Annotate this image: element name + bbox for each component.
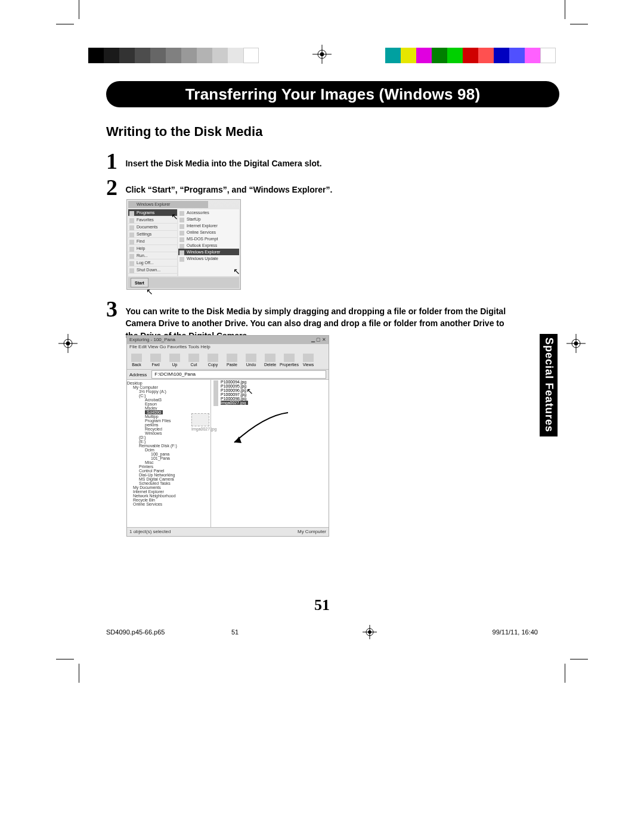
menubar[interactable]: File Edit View Go Favorites Tools Help bbox=[127, 344, 329, 351]
crop-mark bbox=[570, 24, 588, 24]
toolbar-forward-button[interactable]: Fwd bbox=[146, 354, 165, 367]
menu-item[interactable]: Documents bbox=[128, 224, 177, 231]
start-button[interactable]: Start bbox=[131, 278, 148, 287]
address-field[interactable]: F:\DCIM\100_Pana bbox=[151, 370, 326, 379]
crop-mark bbox=[56, 659, 74, 659]
toolbar-cut-button[interactable]: Cut bbox=[184, 354, 203, 367]
address-bar: Address F:\DCIM\100_Pana bbox=[127, 370, 329, 380]
step-number: 2 bbox=[106, 174, 123, 200]
tree-node[interactable]: Scheduled Tasks bbox=[127, 481, 210, 485]
crop-mark bbox=[79, 0, 79, 19]
tree-node[interactable]: My Documents bbox=[127, 485, 210, 490]
status-bar: 1 object(s) selected My Computer bbox=[127, 527, 329, 536]
tree-node[interactable]: (E:) bbox=[127, 439, 210, 444]
list-item[interactable]: P1000098.jpg bbox=[211, 397, 329, 401]
window-title: Windows Explorer bbox=[128, 201, 208, 208]
taskbar: Start bbox=[128, 277, 239, 288]
tree-node[interactable]: 100_pana bbox=[127, 452, 210, 456]
toolbar-delete-button[interactable]: Delete bbox=[261, 354, 280, 367]
menu-item[interactable]: Log Off... bbox=[128, 259, 177, 267]
toolbar-undo-button[interactable]: Undo bbox=[242, 354, 261, 367]
toolbar-back-button[interactable]: Back bbox=[127, 354, 146, 367]
menu-item[interactable]: Windows Update bbox=[178, 255, 239, 262]
tree-node[interactable]: Dcim bbox=[127, 448, 210, 452]
registration-mark-icon bbox=[58, 334, 78, 353]
menu-item[interactable]: Internet Explorer bbox=[178, 222, 239, 229]
menu-item[interactable]: Shut Down... bbox=[128, 267, 177, 274]
tree-node[interactable]: Acrobat3 bbox=[127, 398, 210, 402]
tree-node[interactable]: Epson bbox=[127, 402, 210, 406]
menu-item[interactable]: Find bbox=[128, 238, 177, 245]
tree-node[interactable]: Desktop bbox=[127, 381, 210, 385]
tree-node[interactable]: MS Digital Camera bbox=[127, 477, 210, 481]
tree-node[interactable]: Control Panel bbox=[127, 469, 210, 473]
tree-node[interactable]: Printers bbox=[127, 465, 210, 469]
figure-explorer-window: Exploring - 100_Pana ▁ ▢ ✕ File Edit Vie… bbox=[126, 335, 329, 537]
list-item[interactable]: P1000094.jpg bbox=[211, 380, 329, 384]
toolbar-up-button[interactable]: Up bbox=[165, 354, 184, 367]
menu-item[interactable]: Help bbox=[128, 245, 177, 252]
menu-item[interactable]: Online Services bbox=[178, 229, 239, 236]
section-subtitle: Writing to the Disk Media bbox=[106, 124, 262, 140]
toolbar-views-button[interactable]: Views bbox=[299, 354, 318, 367]
tree-node[interactable]: Msdev bbox=[127, 406, 210, 410]
page-number: 51 bbox=[0, 596, 644, 614]
tree-node[interactable]: (C:) bbox=[127, 394, 210, 398]
tree-node[interactable]: Online Services bbox=[127, 502, 210, 506]
toolbar: Back Fwd Up Cut Copy Paste Undo Delete P… bbox=[127, 351, 329, 370]
titlebar: Exploring - 100_Pana ▁ ▢ ✕ bbox=[127, 336, 329, 344]
file-list[interactable]: P1000094.jpg P1000095.jpg P1000096.jpg P… bbox=[211, 380, 329, 528]
figure-start-menu: Windows Explorer Programs Favorites Docu… bbox=[126, 199, 241, 290]
drag-ghost-icon: Imga0027.jpg bbox=[191, 413, 216, 431]
registration-mark-icon bbox=[327, 625, 413, 639]
color-bar-left bbox=[88, 48, 259, 63]
toolbar-properties-button[interactable]: Properties bbox=[280, 354, 299, 367]
menu-item[interactable]: StartUp bbox=[178, 216, 239, 222]
toolbar-copy-button[interactable]: Copy bbox=[203, 354, 222, 367]
crop-mark bbox=[79, 664, 79, 683]
step-text: Insert the Disk Media into the Digital C… bbox=[125, 157, 321, 169]
menu-item[interactable]: Settings bbox=[128, 231, 177, 238]
list-item-selected[interactable]: Imga0027.jpg bbox=[211, 401, 329, 405]
page: Transferring Your Images (Windows 98) Wr… bbox=[0, 0, 644, 833]
step-1: 1 Insert the Disk Media into the Digital… bbox=[106, 148, 322, 174]
menu-item-windows-explorer[interactable]: Windows Explorer bbox=[178, 249, 239, 255]
menu-item[interactable]: Favorites bbox=[128, 216, 177, 224]
registration-mark-icon bbox=[566, 334, 586, 353]
registration-mark-icon bbox=[312, 45, 332, 64]
list-item[interactable]: P1000096.jpg bbox=[211, 388, 329, 392]
menu-item[interactable]: Run... bbox=[128, 252, 177, 259]
tree-node[interactable]: 3½ Floppy (A:) bbox=[127, 389, 210, 394]
programs-submenu: Accessories StartUp Internet Explorer On… bbox=[178, 209, 239, 276]
tree-node[interactable]: Network Neighborhood bbox=[127, 494, 210, 498]
tree-node[interactable]: Recycle Bin bbox=[127, 498, 210, 502]
print-footer: SD4090.p45-66.p65 51 99/11/11, 16:40 bbox=[106, 626, 538, 638]
toolbar-paste-button[interactable]: Paste bbox=[222, 354, 242, 367]
folder-tree[interactable]: DesktopMy Computer3½ Floppy (A:)(C:)Acro… bbox=[127, 380, 211, 528]
tree-node[interactable]: Windows bbox=[127, 431, 210, 435]
tree-node[interactable]: (D:) bbox=[127, 435, 210, 439]
window-title: Exploring - 100_Pana bbox=[129, 336, 175, 344]
footer-filename: SD4090.p45-66.p65 bbox=[106, 628, 231, 636]
menu-item[interactable]: Outlook Express bbox=[178, 242, 239, 249]
crop-mark bbox=[565, 0, 565, 19]
status-right: My Computer bbox=[298, 528, 326, 536]
tree-node[interactable]: Removable Disk (F:) bbox=[127, 444, 210, 448]
tree-node[interactable]: 101_Pana bbox=[127, 456, 210, 460]
list-item[interactable]: P1000095.jpg bbox=[211, 384, 329, 388]
footer-date: 99/11/11, 16:40 bbox=[413, 628, 538, 636]
menu-item[interactable]: Accessories bbox=[178, 209, 239, 216]
section-tab-special-features: Special Features bbox=[540, 334, 558, 436]
step-2: 2 Click “Start”, “Programs”, and “Window… bbox=[106, 174, 332, 200]
menu-item[interactable]: MS-DOS Prompt bbox=[178, 236, 239, 242]
menu-item-programs[interactable]: Programs bbox=[128, 209, 177, 216]
color-bar-right bbox=[385, 48, 556, 63]
window-controls-icon[interactable]: ▁ ▢ ✕ bbox=[311, 336, 326, 344]
tree-node[interactable]: Internet Explorer bbox=[127, 490, 210, 494]
tree-node[interactable]: Dial-Up Networking bbox=[127, 473, 210, 477]
start-menu-left-column: Programs Favorites Documents Settings Fi… bbox=[128, 209, 177, 276]
tree-node[interactable]: Misc bbox=[127, 460, 210, 465]
step-number: 1 bbox=[106, 148, 123, 174]
list-item[interactable]: P1000097.jpg bbox=[211, 392, 329, 397]
tree-node[interactable]: My Computer bbox=[127, 385, 210, 389]
